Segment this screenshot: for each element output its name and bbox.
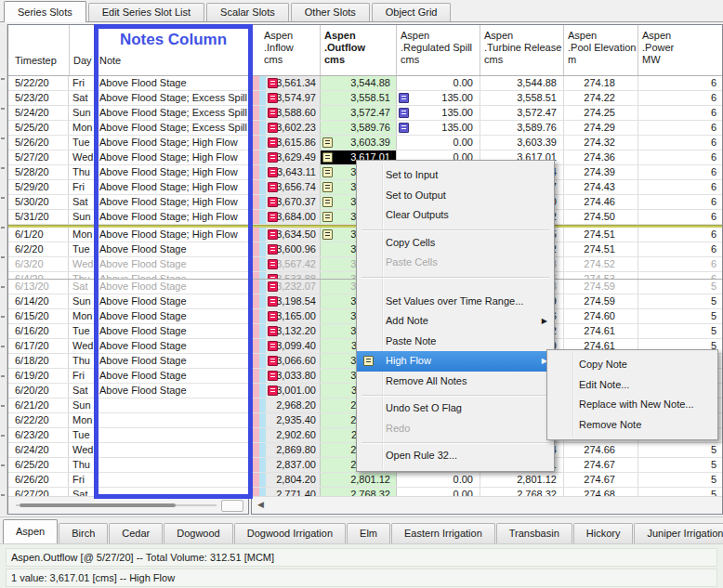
cell-turbine-release[interactable]: 2,801.12 [480,473,564,487]
cell-turbine-release[interactable]: 3,603.39 [480,136,564,150]
object-tab-hickory[interactable]: Hickory [573,523,634,543]
cell-outflow[interactable]: 2,801.12 [321,473,397,487]
cell-timestep[interactable]: 6/26/20 [8,473,69,487]
cell-inflow[interactable]: 3,567.42 [266,257,321,271]
table-row[interactable]: 5/24/20SunAbove Flood Stage; Excess Spil… [8,106,248,121]
cell-turbine-release[interactable]: 2,768.32 [480,488,564,496]
menu-item-edit-note[interactable]: Edit Note... [547,375,717,396]
cell-regulated-spill[interactable]: 0.00 [397,136,480,150]
table-row[interactable]: 6/23/20Tue [8,428,248,443]
cell-timestep[interactable]: 6/19/20 [8,369,69,383]
cell-day[interactable]: Sat [69,488,95,496]
table-row[interactable]: 6/21/20Sun [8,399,248,413]
cell-pool-elevation[interactable]: 274.59 [564,280,638,294]
cell-note[interactable]: Above Flood Stage; High Flow [95,136,248,150]
cell-pool-elevation[interactable]: 274.32 [564,136,638,150]
menu-item-add-note[interactable]: Add Note▶ [357,311,554,332]
cell-inflow[interactable]: 3,643.11 [266,165,321,179]
cell-day[interactable]: Thu [69,458,95,472]
table-row[interactable]: 5/29/20FriAbove Flood Stage; High Flow [8,180,248,195]
cell-power[interactable]: 6 [638,150,722,164]
table-row[interactable]: 6/25/20Thu [8,458,248,473]
table-row[interactable]: 6/22/20Mon [8,413,248,428]
cell-day[interactable]: Tue [69,136,95,150]
cell-inflow[interactable]: 2,902.60 [266,428,321,442]
cell-inflow[interactable]: 3,634.50 [266,228,321,242]
cell-timestep[interactable]: 6/2/20 [8,242,69,256]
cell-outflow[interactable]: 3,558.51 [321,91,397,105]
cell-power[interactable]: 6 [638,106,722,120]
cell-outflow[interactable]: 2,768.32 [321,488,397,496]
cell-inflow[interactable]: 3,588.60 [266,106,321,120]
cell-power[interactable]: 6 [638,121,722,135]
cell-day[interactable]: Sat [69,91,95,105]
table-row[interactable]: 5/23/20SatAbove Flood Stage; Excess Spil… [8,91,248,106]
cell-turbine-release[interactable]: 3,589.76 [480,121,564,135]
cell-pool-elevation[interactable]: 274.51 [564,242,638,256]
cell-pool-elevation[interactable]: 274.50 [564,210,638,224]
cell-day[interactable]: Thu [69,354,95,368]
cell-pool-elevation[interactable]: 274.60 [564,309,638,323]
cell-day[interactable]: Sun [69,106,95,120]
cell-day[interactable]: Sun [69,294,95,308]
table-row[interactable]: 6/3/20WedAbove Flood Stage [8,257,248,272]
cell-pool-elevation[interactable]: 274.43 [564,180,638,194]
cell-inflow[interactable]: 3,165.00 [266,309,321,323]
cell-day[interactable]: Fri [69,180,95,194]
cell-note[interactable]: Above Flood Stage [95,369,248,383]
cell-pool-elevation[interactable]: 274.18 [564,76,638,90]
cell-pool-elevation[interactable]: 274.46 [564,195,638,209]
table-row[interactable]: 5/31/20SunAbove Flood Stage; High Flow [8,210,248,225]
column-header-power[interactable]: Aspen.PowerMW [638,25,722,75]
cell-day[interactable]: Mon [69,413,95,427]
cell-power[interactable]: 6 [638,195,722,209]
cell-day[interactable]: Tue [69,242,95,256]
cell-day[interactable]: Wed [69,339,95,353]
object-tab-cedar[interactable]: Cedar [109,523,163,543]
cell-note[interactable]: Above Flood Stage [95,76,248,90]
table-row[interactable]: 2,771.402,768.320.002,768.32274.685 [252,488,722,496]
object-tab-eastern-irrigation[interactable]: Eastern Irrigation [391,523,495,543]
table-row[interactable]: 5/30/20SatAbove Flood Stage; High Flow [8,195,248,210]
cell-pool-elevation[interactable]: 274.61 [564,324,638,338]
cell-day[interactable]: Fri [69,76,95,90]
table-row[interactable]: 6/20/20SatAbove Flood Stage [8,384,248,399]
table-row[interactable]: 6/2/20TueAbove Flood Stage [8,242,248,257]
cell-day[interactable]: Tue [69,324,95,338]
cell-note[interactable]: Above Flood Stage [95,354,248,368]
cell-power[interactable]: 6 [638,165,722,179]
cell-timestep[interactable]: 6/4/20 [8,272,69,279]
table-row[interactable]: 5/22/20FriAbove Flood Stage [8,76,248,91]
cell-inflow[interactable]: 3,561.34 [266,76,321,90]
cell-timestep[interactable]: 6/27/20 [8,488,69,496]
menu-item-set-values-over-time-range[interactable]: Set Values over Time Range... [357,292,554,312]
column-header-outflow[interactable]: Aspen.Outflowcms [321,25,397,75]
cell-power[interactable]: 5 [638,443,722,457]
cell-timestep[interactable]: 6/1/20 [8,228,69,242]
cell-timestep[interactable]: 6/13/20 [8,280,69,294]
table-row[interactable]: 5/25/20MonAbove Flood Stage; Excess Spil… [8,121,248,136]
cell-turbine-release[interactable]: 3,572.47 [480,106,564,120]
cell-note[interactable] [95,428,248,442]
table-row[interactable]: 6/27/20Sat [8,488,248,496]
cell-timestep[interactable]: 5/25/20 [8,121,69,135]
tab-object-grid[interactable]: Object Grid [372,3,452,21]
object-tab-dogwood[interactable]: Dogwood [164,523,232,543]
table-row[interactable]: 6/13/20SatAbove Flood Stage [8,280,248,294]
cell-timestep[interactable]: 5/26/20 [8,136,69,150]
cell-timestep[interactable]: 5/30/20 [8,195,69,209]
cell-day[interactable]: Sun [69,210,95,224]
cell-timestep[interactable]: 6/15/20 [8,309,69,323]
right-pane-hscrollbar[interactable]: ◀ [252,496,722,514]
cell-note[interactable]: Above Flood Stage [95,272,248,279]
cell-regulated-spill[interactable]: 0.00 [397,473,480,487]
cell-power[interactable]: 5 [638,473,722,487]
cell-power[interactable]: 6 [638,272,722,279]
cell-power[interactable]: 5 [638,458,722,472]
cell-timestep[interactable]: 6/14/20 [8,294,69,308]
cell-note[interactable]: Above Flood Stage [95,324,248,338]
cell-regulated-spill[interactable]: 135.00 [397,106,480,120]
cell-power[interactable]: 5 [638,294,722,308]
cell-power[interactable]: 5 [638,280,722,294]
cell-pool-elevation[interactable]: 274.29 [564,121,638,135]
